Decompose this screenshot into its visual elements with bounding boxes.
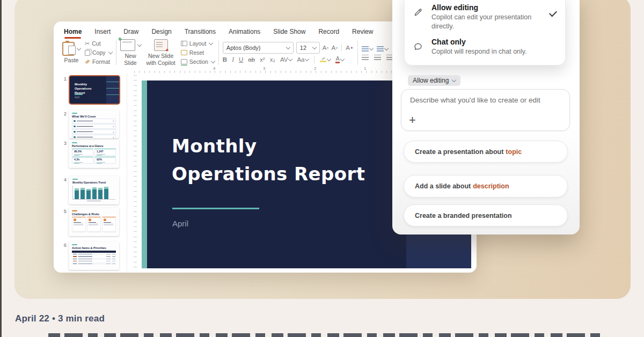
chevron-down-icon [286, 45, 290, 49]
pencil-icon [413, 3, 425, 19]
tab-insert[interactable]: Insert [94, 28, 111, 35]
new-slide-button[interactable]: New Slide [120, 39, 141, 65]
layout-button[interactable]: Layout [181, 40, 215, 47]
clipped-headline-remnant [48, 333, 601, 337]
slide-thumbnail-5[interactable]: Challenges & Risks123 [69, 208, 119, 236]
tab-slide-show[interactable]: Slide Show [273, 28, 305, 35]
copilot-panel: Allow editingCopilot can edit your prese… [392, 0, 580, 235]
font-color-icon: A [335, 56, 339, 63]
chevron-down-icon [312, 45, 317, 49]
slide-title[interactable]: Monthly Operations Report [172, 132, 365, 188]
copilot-mode-option-allow-editing[interactable]: Allow editingCopilot can edit your prese… [405, 0, 565, 33]
reset-label: Reset [189, 49, 204, 56]
ribbon-divider [314, 56, 314, 63]
bullet-list-icon [362, 46, 369, 52]
font-size-value: 12 [300, 45, 306, 51]
superscript-button[interactable]: x² [260, 56, 265, 63]
cut-button[interactable]: ✂ Cut [85, 40, 112, 47]
format-label: Format [92, 58, 110, 65]
suggestion-create-presentation[interactable]: Create a presentation abouttopic [404, 141, 568, 163]
ruler-number: 3 [263, 66, 265, 71]
reset-button[interactable]: Reset [181, 49, 215, 56]
thumbnail-row: 4Monthly Operations Trend [59, 176, 119, 204]
copilot-prompt-input[interactable]: Describe what you'd like to create or ed… [401, 89, 570, 131]
ribbon-divider [341, 44, 342, 52]
font-size-select[interactable]: 12 [296, 42, 320, 54]
paste-icon [62, 42, 75, 56]
new-slide-copilot-label: New Slide [148, 53, 173, 59]
bullets-button[interactable] [362, 46, 373, 52]
copilot-mode-option-chat-only[interactable]: Chat onlyCopilot will respond in chat on… [405, 33, 565, 58]
mode-option-description: Copilot will respond in chat only. [431, 47, 539, 56]
underline-button[interactable]: U [239, 56, 243, 63]
slide-thumbnail-2[interactable]: What We'll Cover++++ [69, 110, 119, 138]
format-painter-button[interactable]: Format [85, 58, 112, 65]
suggestion-add-slide[interactable]: Add a slide aboutdescription [404, 175, 568, 197]
page-left-border [0, 0, 2, 337]
plus-icon[interactable]: + [409, 114, 416, 126]
cut-label: Cut [92, 40, 100, 47]
change-case-button[interactable]: Aa [297, 56, 309, 63]
slide-thumbnail-4[interactable]: Monthly Operations Trend [69, 176, 119, 204]
tab-design[interactable]: Design [151, 28, 171, 35]
ruler-number: 4 [213, 66, 215, 71]
selected-check-icon [549, 9, 557, 17]
strikethrough-button[interactable]: ab [248, 56, 255, 63]
chat-bubble-icon [413, 38, 425, 54]
tab-record[interactable]: Record [318, 28, 339, 35]
new-slide-label: New [125, 53, 136, 59]
subscript-button[interactable]: x₂ [270, 56, 275, 63]
tab-transitions[interactable]: Transitions [185, 28, 216, 35]
font-color-button[interactable]: A [335, 56, 343, 63]
slide-thumbnail-3[interactable]: Performance at a Glance98.5%1,2474.2h92% [69, 140, 119, 168]
font-name-select[interactable]: Aptos (Body) [223, 42, 294, 54]
format-painter-icon [85, 60, 90, 64]
copy-icon [85, 50, 90, 56]
slide-thumbnail-6[interactable]: Action Items & Priorities [69, 241, 119, 270]
copy-button[interactable]: Copy [85, 49, 112, 56]
tab-draw[interactable]: Draw [123, 28, 138, 35]
slide-thumbnail-1[interactable]: Monthly Operations ReportApril [69, 75, 120, 105]
align-center-icon[interactable] [374, 55, 381, 60]
slide-thumbnail-panel: 1Monthly Operations ReportApril2What We'… [54, 73, 127, 273]
copilot-mode-chip[interactable]: Allow editing [408, 75, 460, 86]
italic-button[interactable]: I [232, 56, 234, 63]
suggestion-branded-presentation[interactable]: Create a branded presentation [404, 204, 568, 226]
ruler-number: 2 [314, 66, 316, 71]
tab-review[interactable]: Review [352, 28, 373, 35]
numbering-button[interactable] [377, 46, 388, 52]
layout-icon [181, 41, 187, 46]
copilot-mode-chip-label: Allow editing [413, 77, 449, 84]
vertical-ruler [134, 75, 137, 268]
slide-number: 3 [59, 140, 67, 168]
align-left-icon[interactable] [362, 55, 369, 60]
highlight-color-button[interactable] [320, 57, 331, 62]
paste-label: Paste [64, 57, 79, 63]
article-byline: April 22 • 3 min read [15, 313, 105, 324]
bold-button[interactable]: B [223, 56, 227, 63]
scissors-icon: ✂ [85, 41, 90, 46]
thumbnail-row: 3Performance at a Glance98.5%1,2474.2h92… [59, 140, 119, 168]
ribbon-divider [218, 40, 219, 65]
new-slide-with-copilot-button[interactable]: New Slide with Copilot [147, 39, 175, 65]
mode-option-title: Chat only [431, 38, 557, 46]
numbered-list-icon [377, 46, 384, 52]
character-spacing-button[interactable]: AV [280, 56, 292, 63]
thumbnail-row: 1Monthly Operations ReportApril [59, 75, 120, 105]
new-slide-icon [120, 39, 135, 51]
slide-number: 6 [59, 241, 67, 270]
grow-font-button[interactable]: A˄ [323, 45, 329, 51]
slide-number: 1 [59, 75, 67, 105]
copilot-prompt-placeholder: Describe what you'd like to create or ed… [410, 96, 540, 104]
clear-formatting-button[interactable]: A✦ [346, 45, 353, 51]
paste-button[interactable]: Paste [60, 42, 83, 63]
tab-home[interactable]: Home [64, 28, 82, 35]
shrink-font-button[interactable]: A˅ [332, 45, 338, 51]
slide-title-rule [172, 208, 259, 209]
section-button[interactable]: Section [181, 58, 215, 65]
slide-number: 4 [59, 176, 67, 204]
tab-animations[interactable]: Animations [229, 28, 260, 35]
chevron-down-icon [77, 46, 81, 50]
reset-icon [181, 50, 187, 55]
slide-subtitle[interactable]: April [172, 219, 188, 228]
